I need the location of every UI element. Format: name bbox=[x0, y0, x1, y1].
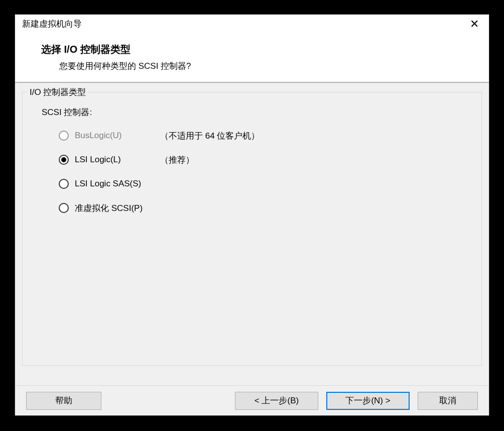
header-section: 选择 I/O 控制器类型 您要使用何种类型的 SCSI 控制器? bbox=[15, 34, 489, 83]
radio-lsilogicsas[interactable] bbox=[59, 179, 69, 189]
radio-option-buslogic: BusLogic(U) （不适用于 64 位客户机） bbox=[59, 129, 469, 142]
radio-lsilogic[interactable] bbox=[59, 155, 69, 165]
help-button[interactable]: 帮助 bbox=[26, 392, 101, 410]
io-controller-fieldset: I/O 控制器类型 SCSI 控制器: BusLogic(U) （不适用于 64… bbox=[22, 92, 482, 366]
radio-note-lsilogic: （推荐） bbox=[160, 154, 194, 166]
radio-note-buslogic: （不适用于 64 位客户机） bbox=[160, 130, 260, 142]
footer: 帮助 < 上一步(B) 下一步(N) > 取消 bbox=[15, 385, 489, 415]
close-icon[interactable]: ✕ bbox=[467, 18, 482, 31]
next-button[interactable]: 下一步(N) > bbox=[326, 392, 410, 410]
radio-option-lsilogic[interactable]: LSI Logic(L) （推荐） bbox=[59, 153, 469, 166]
radio-option-lsilogicsas[interactable]: LSI Logic SAS(S) bbox=[59, 177, 469, 190]
radio-paravirtual[interactable] bbox=[59, 203, 69, 213]
content-area: I/O 控制器类型 SCSI 控制器: BusLogic(U) （不适用于 64… bbox=[15, 83, 489, 385]
page-subtitle: 您要使用何种类型的 SCSI 控制器? bbox=[59, 60, 475, 72]
cancel-button[interactable]: 取消 bbox=[418, 392, 478, 410]
radio-label-lsilogic[interactable]: LSI Logic(L) bbox=[75, 155, 160, 165]
wizard-dialog: 新建虚拟机向导 ✕ 选择 I/O 控制器类型 您要使用何种类型的 SCSI 控制… bbox=[15, 14, 489, 416]
scsi-radio-group: BusLogic(U) （不适用于 64 位客户机） LSI Logic(L) … bbox=[42, 129, 469, 214]
scsi-controller-label: SCSI 控制器: bbox=[42, 106, 469, 118]
page-title: 选择 I/O 控制器类型 bbox=[41, 43, 475, 56]
radio-label-paravirtual[interactable]: 准虚拟化 SCSI(P) bbox=[75, 202, 160, 214]
titlebar: 新建虚拟机向导 ✕ bbox=[15, 15, 489, 34]
radio-buslogic bbox=[59, 131, 69, 141]
back-button[interactable]: < 上一步(B) bbox=[235, 392, 318, 410]
radio-label-buslogic: BusLogic(U) bbox=[75, 131, 160, 141]
radio-option-paravirtual[interactable]: 准虚拟化 SCSI(P) bbox=[59, 201, 469, 214]
dialog-title: 新建虚拟机向导 bbox=[22, 18, 82, 30]
radio-label-lsilogicsas[interactable]: LSI Logic SAS(S) bbox=[75, 179, 160, 189]
fieldset-legend: I/O 控制器类型 bbox=[28, 86, 88, 98]
